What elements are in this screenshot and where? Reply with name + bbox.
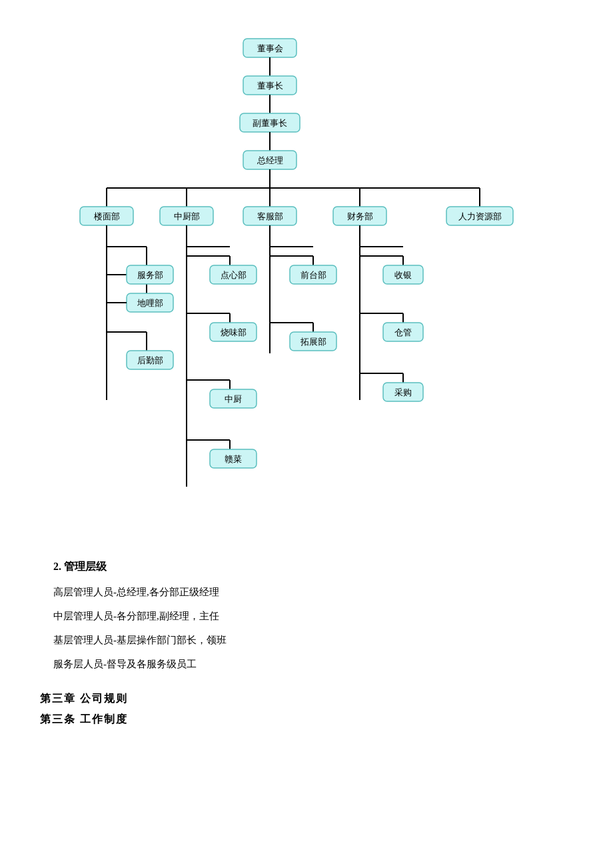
mgmt-item-4: 服务层人员-督导及各服务级员工 <box>53 656 573 672</box>
svg-text:董事会: 董事会 <box>257 43 283 53</box>
svg-text:副董事长: 副董事长 <box>253 118 287 128</box>
node-qiantaibu: 前台部 <box>290 265 336 284</box>
node-zongjingli: 总经理 <box>243 151 297 169</box>
node-dongshizhang: 董事长 <box>243 76 297 95</box>
node-canguan: 仓管 <box>383 323 423 341</box>
node-dongshihui: 董事会 <box>243 39 297 57</box>
node-fuwubu: 服务部 <box>127 265 173 284</box>
svg-text:中厨部: 中厨部 <box>174 211 200 221</box>
node-loumianbu: 楼面部 <box>80 207 133 225</box>
node-dianxinbu: 点心部 <box>210 265 257 284</box>
management-title-text: 2. 管理层级 <box>53 561 107 572</box>
svg-text:中厨: 中厨 <box>225 394 242 404</box>
node-zhongchu: 中厨 <box>210 389 257 408</box>
svg-text:后勤部: 后勤部 <box>137 355 163 365</box>
svg-text:前台部: 前台部 <box>301 270 326 280</box>
svg-text:人力资源部: 人力资源部 <box>458 211 502 221</box>
node-tuozhanbu: 拓展部 <box>290 332 336 351</box>
org-chart: .snode rect { fill: #ccf5f5; stroke: #5b… <box>40 20 573 540</box>
node-caigou: 采购 <box>383 383 423 401</box>
svg-text:财务部: 财务部 <box>347 211 373 221</box>
svg-text:总经理: 总经理 <box>257 155 283 165</box>
svg-text:客服部: 客服部 <box>257 211 283 221</box>
node-kefubu: 客服部 <box>243 207 297 225</box>
svg-text:赣菜: 赣菜 <box>225 454 242 464</box>
node-zhongchubu: 中厨部 <box>160 207 213 225</box>
svg-text:烧味部: 烧味部 <box>221 327 247 337</box>
article-title: 第三条 工作制度 <box>40 713 573 727</box>
svg-text:仓管: 仓管 <box>394 327 412 337</box>
svg-text:地哩部: 地哩部 <box>137 298 163 308</box>
node-gancai: 赣菜 <box>210 449 257 468</box>
node-fudongshizhang: 副董事长 <box>240 113 300 132</box>
mgmt-item-1: 高层管理人员-总经理,各分部正级经理 <box>53 584 573 600</box>
node-dilibu: 地哩部 <box>127 293 173 312</box>
chapter-title: 第三章 公司规则 <box>40 692 573 706</box>
svg-text:收银: 收银 <box>394 270 412 280</box>
node-shaoweibu: 烧味部 <box>210 323 257 341</box>
svg-text:董事长: 董事长 <box>257 81 283 91</box>
mgmt-item-2: 中层管理人员-各分部理,副经理，主任 <box>53 608 573 624</box>
node-shouyin: 收银 <box>383 265 423 284</box>
svg-text:采购: 采购 <box>394 387 412 397</box>
svg-text:拓展部: 拓展部 <box>300 337 326 347</box>
management-title: 2. 管理层级 <box>53 560 573 574</box>
node-houqinbu: 后勤部 <box>127 351 173 369</box>
svg-text:服务部: 服务部 <box>137 270 163 280</box>
node-caiwubu: 财务部 <box>333 207 386 225</box>
mgmt-item-3: 基层管理人员-基层操作部门部长，领班 <box>53 632 573 648</box>
svg-text:点心部: 点心部 <box>221 270 247 280</box>
node-renlibu: 人力资源部 <box>446 207 513 225</box>
management-section: 2. 管理层级 高层管理人员-总经理,各分部正级经理 中层管理人员-各分部理,副… <box>40 560 573 672</box>
svg-text:楼面部: 楼面部 <box>94 211 120 221</box>
chapter-section: 第三章 公司规则 第三条 工作制度 <box>40 692 573 727</box>
org-chart-svg: .snode rect { fill: #ccf5f5; stroke: #5b… <box>40 20 573 540</box>
